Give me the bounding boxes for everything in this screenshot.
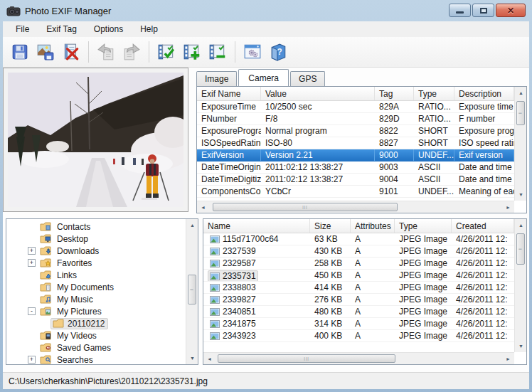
scroll-left-icon[interactable] <box>203 353 216 365</box>
tree-item-my-videos[interactable]: My Videos <box>6 329 186 341</box>
col-size[interactable]: Size <box>310 219 351 233</box>
col-attributes[interactable]: Attributes <box>351 219 395 233</box>
minimize-button[interactable] <box>449 4 471 17</box>
file-row[interactable]: 2327539 430 KB A JPEG Image 4/26/2011 12… <box>203 245 514 258</box>
exif-vscroll-thumb[interactable]: ═ <box>516 101 525 125</box>
tree-label: Favorites <box>55 258 94 268</box>
save-button[interactable] <box>9 41 31 63</box>
expand-icon[interactable]: + <box>28 247 36 255</box>
file-created: 4/26/2011 12: <box>452 233 514 245</box>
tab-camera[interactable]: Camera <box>238 69 289 86</box>
tree-item-favorites[interactable]: + Favorites <box>6 257 186 269</box>
options-button[interactable] <box>241 41 264 63</box>
maximize-button[interactable] <box>472 4 494 17</box>
exif-horizontal-scrollbar[interactable]: ||| <box>197 201 514 213</box>
tree-item-my-documents[interactable]: My Documents <box>6 281 186 293</box>
tree-vscroll-thumb[interactable]: ═ <box>188 275 196 304</box>
scroll-up-icon[interactable] <box>515 219 527 231</box>
tab-image[interactable]: Image <box>196 71 237 86</box>
exif-desc-cell: Date and time of <box>454 161 514 173</box>
close-button[interactable]: ✕ <box>496 4 526 17</box>
file-type: JPEG Image <box>395 233 452 245</box>
exif-row[interactable]: ISOSpeedRatings ISO-80 8827 SHORT ISO sp… <box>197 137 514 149</box>
exif-row[interactable]: ExposureTime 10/2500 sec 829A RATIO... E… <box>197 101 514 113</box>
files-vertical-scrollbar[interactable]: ═ <box>514 219 526 352</box>
scroll-up-icon[interactable] <box>186 219 198 231</box>
menu-help[interactable]: Help <box>132 22 166 36</box>
scroll-down-icon[interactable] <box>186 352 198 364</box>
tree-item-my-pictures[interactable]: - My Pictures <box>6 305 186 317</box>
exif-check-button[interactable] <box>155 41 178 63</box>
tree-item-desktop[interactable]: Desktop <box>6 233 186 245</box>
scroll-down-icon[interactable] <box>515 340 527 352</box>
file-created: 4/26/2011 12: <box>452 258 514 269</box>
videos-folder-icon <box>40 331 51 340</box>
exif-add-button[interactable] <box>181 41 203 63</box>
file-created: 4/26/2011 12: <box>452 294 514 305</box>
exif-check-icon <box>157 43 176 61</box>
file-row-selected[interactable]: 2335731 450 KB A JPEG Image 4/26/2011 12… <box>203 270 514 282</box>
exif-value-cell: Normal program <box>261 125 375 137</box>
col-description[interactable]: Description <box>454 87 514 100</box>
file-table-header: Name Size Attributes Type Created <box>203 219 514 233</box>
file-row[interactable]: 2343923 400 KB A JPEG Image 4/26/2011 12… <box>203 330 514 342</box>
tree-item-contacts[interactable]: Contacts <box>6 221 186 233</box>
window-title: Photo EXIF Manager <box>25 6 111 16</box>
tree-label: My Pictures <box>55 307 104 317</box>
scroll-right-icon[interactable] <box>502 201 514 213</box>
delete-exif-button[interactable] <box>60 41 83 63</box>
file-row[interactable]: 115d71700c64 63 KB A JPEG Image 4/26/201… <box>203 233 514 245</box>
col-exif-name[interactable]: Exif Name <box>197 87 261 100</box>
expand-icon[interactable]: + <box>28 356 36 364</box>
file-attributes: A <box>351 318 395 329</box>
exif-tag-cell: 829D <box>375 113 414 125</box>
tab-gps[interactable]: GPS <box>290 71 325 86</box>
col-type[interactable]: Type <box>395 219 452 233</box>
exif-row[interactable]: ExposureProgram Normal program 8822 SHOR… <box>197 125 514 137</box>
files-horizontal-scrollbar[interactable]: ||| <box>203 352 514 364</box>
menu-exif-tag[interactable]: Exif Tag <box>38 22 85 36</box>
save-image-button[interactable] <box>34 41 57 63</box>
scroll-down-icon[interactable] <box>515 189 527 201</box>
tree-item-searches[interactable]: + Searches <box>6 354 186 364</box>
exif-remove-button[interactable] <box>206 41 229 63</box>
col-value[interactable]: Value <box>261 87 375 100</box>
tree-item-downloads[interactable]: + Downloads <box>6 245 186 257</box>
tree-item-20110212[interactable]: 20110212 <box>6 317 186 329</box>
files-hscroll-thumb[interactable]: ||| <box>218 354 395 363</box>
col-tag[interactable]: Tag <box>375 87 414 100</box>
file-row[interactable]: 2329587 258 KB A JPEG Image 4/26/2011 12… <box>203 258 514 270</box>
collapse-icon[interactable]: - <box>28 307 36 315</box>
scroll-right-icon[interactable] <box>502 353 514 365</box>
tree-item-my-music[interactable]: My Music <box>6 293 186 305</box>
exif-hscroll-thumb[interactable]: ||| <box>213 203 398 211</box>
exif-row[interactable]: ComponentsConfig... YCbCr 9101 UNDEF... … <box>197 186 514 198</box>
tree-vertical-scrollbar[interactable]: ═ <box>186 219 198 364</box>
file-row[interactable]: 2341875 314 KB A JPEG Image 4/26/2011 12… <box>203 318 514 330</box>
file-row[interactable]: 2339827 276 KB A JPEG Image 4/26/2011 12… <box>203 294 514 306</box>
previous-image-button[interactable] <box>95 41 117 63</box>
menu-options[interactable]: Options <box>85 22 132 36</box>
file-attributes: A <box>351 258 395 269</box>
maximize-icon <box>480 8 487 14</box>
exif-row[interactable]: DateTimeDigitized 2011:02:12 13:38:27 90… <box>197 174 514 186</box>
next-image-button[interactable] <box>120 41 143 63</box>
expand-icon[interactable]: + <box>28 259 36 267</box>
titlebar[interactable]: Photo EXIF Manager ✕ <box>0 0 532 21</box>
tree-item-saved-games[interactable]: Saved Games <box>6 341 186 354</box>
scroll-left-icon[interactable] <box>197 201 209 213</box>
scroll-up-icon[interactable] <box>515 87 527 99</box>
col-created[interactable]: Created <box>452 219 514 233</box>
file-row[interactable]: 2338803 414 KB A JPEG Image 4/26/2011 12… <box>203 282 514 294</box>
col-name[interactable]: Name <box>203 219 310 233</box>
exif-row-selected[interactable]: ExifVersion Version 2.21 9000 UNDEF... E… <box>197 149 514 161</box>
file-row[interactable]: 2340851 480 KB A JPEG Image 4/26/2011 12… <box>203 306 514 318</box>
files-vscroll-thumb[interactable]: ═ <box>516 233 525 265</box>
exif-row[interactable]: FNumber F/8 829D RATIO... F number <box>197 113 514 125</box>
tree-item-links[interactable]: Links <box>6 269 186 281</box>
exif-row[interactable]: DateTimeOriginal 2011:02:12 13:38:27 900… <box>197 161 514 174</box>
help-button[interactable]: ? <box>267 41 289 63</box>
exif-vertical-scrollbar[interactable]: ═ <box>514 87 526 201</box>
menu-file[interactable]: File <box>7 22 38 36</box>
col-type[interactable]: Type <box>414 87 454 100</box>
